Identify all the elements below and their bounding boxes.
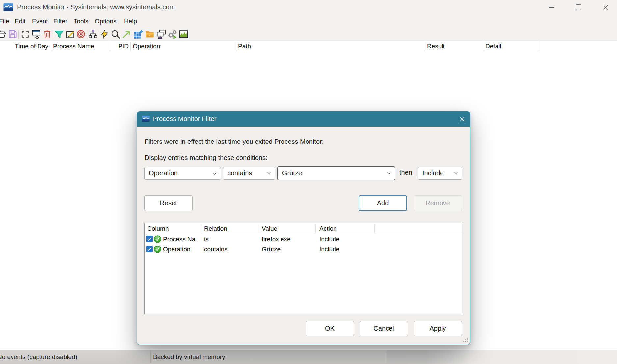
ok-button[interactable]: OK (306, 321, 354, 336)
list-header-relation[interactable]: Relation (204, 225, 227, 232)
column-header-result[interactable]: Result (427, 43, 445, 50)
save-icon[interactable] (8, 29, 17, 39)
maximize-icon (576, 4, 581, 10)
list-header-action[interactable]: Action (319, 225, 337, 232)
close-icon (459, 117, 465, 122)
filter-dialog-body: Filters were in effect the last time you… (137, 127, 470, 345)
chevron-down-icon (454, 172, 458, 175)
reset-button[interactable]: Reset (144, 195, 193, 211)
maximize-button[interactable] (569, 0, 588, 14)
capture-toggle-icon[interactable] (100, 29, 109, 39)
rule-value: Grütze (262, 246, 281, 253)
menu-options[interactable]: Options (95, 18, 116, 25)
rule-action: Include (319, 236, 339, 243)
menu-help[interactable]: Help (124, 18, 137, 25)
menu-event[interactable]: Event (32, 18, 48, 25)
statusbar: No events (capture disabled) Backed by v… (0, 350, 617, 364)
remove-button[interactable]: Remove (414, 195, 462, 211)
status-events: No events (capture disabled) (0, 353, 77, 361)
menu-edit[interactable]: Edit (15, 18, 26, 25)
list-header-value[interactable]: Value (262, 225, 277, 232)
filter-intro-text: Filters were in effect the last time you… (145, 138, 324, 145)
list-column-divider[interactable] (258, 224, 258, 233)
column-header-process-name[interactable]: Process Name (53, 43, 94, 50)
autoscroll-icon[interactable] (31, 29, 41, 39)
clear-display-icon[interactable] (42, 29, 52, 39)
column-header-pid[interactable]: PID (116, 43, 129, 50)
value-combobox[interactable]: Grütze (277, 166, 395, 180)
column-divider[interactable] (51, 42, 51, 51)
filter-dialog-titlebar: Process Monitor Filter (137, 111, 470, 127)
cancel-button[interactable]: Cancel (360, 321, 408, 336)
conditions-label: Display entries matching these condition… (145, 154, 268, 162)
procmon-app-icon (142, 116, 150, 122)
column-header-detail[interactable]: Detail (485, 43, 501, 50)
column-divider[interactable] (236, 42, 236, 51)
list-column-divider[interactable] (201, 224, 201, 233)
check-icon (147, 237, 152, 241)
close-icon (603, 4, 609, 10)
check-icon (147, 247, 152, 251)
statusbar-divider (387, 351, 387, 363)
column-header-operation[interactable]: Operation (133, 43, 160, 50)
menu-tools[interactable]: Tools (74, 18, 88, 25)
column-combobox-value: Operation (149, 169, 178, 177)
window-chrome: Process Monitor - Sysinternals: www.sysi… (0, 0, 617, 41)
relation-combobox[interactable]: contains (223, 167, 275, 180)
process-tree-icon[interactable] (88, 29, 98, 39)
relation-combobox-value: contains (228, 169, 252, 177)
minimize-icon (549, 7, 554, 8)
action-combobox[interactable]: Include (418, 167, 462, 180)
minimize-button[interactable] (542, 0, 562, 14)
resize-grip[interactable] (463, 338, 468, 342)
list-column-divider[interactable] (315, 224, 316, 233)
list-header-column[interactable]: Column (147, 225, 169, 232)
column-combobox[interactable]: Operation (144, 167, 221, 180)
jump-to-icon[interactable] (121, 29, 131, 39)
include-rule-icon (153, 235, 162, 243)
column-header-time-of-day[interactable]: Time of Day (10, 43, 48, 50)
then-label: then (399, 169, 412, 176)
rule-relation: contains (204, 246, 228, 253)
show-process-activity-icon[interactable] (167, 29, 177, 39)
list-column-divider[interactable] (374, 224, 375, 233)
menu-filter[interactable]: Filter (53, 18, 67, 25)
filter-rule-row[interactable]: Operation contains Grütze Include (145, 244, 462, 254)
menubar: File Edit Event Filter Tools Options Hel… (0, 16, 617, 28)
column-divider[interactable] (540, 42, 540, 51)
filter-rule-row[interactable]: Process Na... is firefox.exe Include (145, 234, 462, 244)
filter-list-header: Column Relation Value Action (145, 223, 462, 234)
show-file-system-activity-icon[interactable] (145, 29, 154, 39)
show-profiling-events-icon[interactable] (179, 29, 188, 39)
column-divider[interactable] (425, 42, 425, 51)
column-divider[interactable] (109, 42, 109, 51)
toolbar-separator (53, 30, 53, 39)
column-divider[interactable] (130, 42, 131, 51)
add-button[interactable]: Add (359, 195, 407, 211)
rule-checkbox-checked[interactable] (146, 246, 153, 252)
apply-button[interactable]: Apply (414, 321, 462, 336)
show-registry-activity-icon[interactable] (133, 29, 144, 39)
column-header-path[interactable]: Path (238, 43, 251, 50)
include-rule-icon (153, 245, 162, 253)
open-icon[interactable] (0, 29, 6, 39)
titlebar: Process Monitor - Sysinternals: www.sysi… (0, 0, 617, 14)
chevron-down-icon (267, 172, 271, 175)
close-button[interactable] (596, 0, 616, 14)
value-combobox-value: Grütze (282, 169, 302, 177)
statusbar-divider (150, 351, 151, 363)
rule-checkbox-checked[interactable] (146, 236, 153, 242)
column-divider[interactable] (483, 42, 483, 51)
show-network-activity-icon[interactable] (156, 29, 166, 39)
menu-file[interactable]: File (0, 18, 9, 25)
highlight-icon[interactable] (65, 29, 75, 39)
find-icon[interactable] (111, 29, 120, 39)
capture-icon[interactable] (20, 29, 30, 39)
dialog-close-button[interactable] (459, 116, 465, 122)
rule-relation: is (204, 236, 209, 243)
window-title: Process Monitor - Sysinternals: www.sysi… (17, 3, 175, 11)
rule-action: Include (319, 246, 339, 253)
include-process-from-window-icon[interactable] (76, 29, 86, 39)
status-memory: Backed by virtual memory (153, 353, 225, 361)
set-filter-icon[interactable] (54, 29, 64, 39)
